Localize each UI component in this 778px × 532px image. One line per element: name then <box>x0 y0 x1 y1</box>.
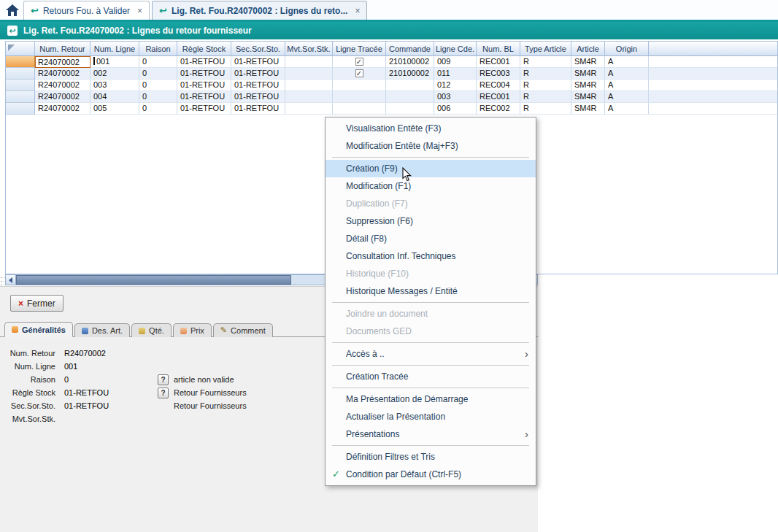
grid-cell[interactable]: R <box>520 80 571 91</box>
column-header[interactable]: Sec.Sor.Sto. <box>231 42 285 56</box>
grid-cell[interactable]: SM4R <box>571 68 605 80</box>
scrollbar-thumb[interactable] <box>16 275 291 285</box>
menu-item[interactable]: Création Tracée <box>326 368 536 385</box>
grid-cell[interactable]: REC003 <box>477 68 520 80</box>
grid-cell[interactable]: A <box>605 103 649 115</box>
checked-checkbox[interactable]: ✓ <box>355 58 363 66</box>
menu-item[interactable]: Consultation Inf. Techniques <box>326 247 536 265</box>
grid-cell[interactable]: 01-RETFOU <box>231 80 285 91</box>
row-marker[interactable] <box>6 80 35 91</box>
grid-cell[interactable]: 003 <box>434 91 477 103</box>
grid-cell[interactable]: SM4R <box>571 91 605 103</box>
document-tab[interactable]: ↩Lig. Ret. Fou.R24070002 : Lignes du ret… <box>152 1 367 20</box>
grid-cell[interactable]: SM4R <box>571 103 605 115</box>
grid-cell[interactable]: 009 <box>434 56 477 68</box>
grid-cell[interactable]: 0 <box>139 56 177 68</box>
grid-cell[interactable] <box>285 91 333 103</box>
table-row[interactable]: R24070002004001-RETFOU01-RETFOU003REC001… <box>6 91 777 103</box>
grid-cell[interactable] <box>285 56 333 68</box>
column-header[interactable]: Type Article <box>520 42 571 56</box>
detail-tab[interactable]: ✎Comment <box>213 323 273 337</box>
menu-item[interactable]: Suppression (F6) <box>326 212 536 230</box>
menu-item[interactable]: Modification Entête (Maj+F3) <box>326 137 536 155</box>
grid-cell[interactable]: 01-RETFOU <box>177 91 231 103</box>
grid-cell[interactable]: 006 <box>434 103 477 115</box>
grid-cell[interactable]: A <box>605 80 649 91</box>
menu-item[interactable]: Actualiser la Présentation <box>326 408 536 425</box>
grid-cell[interactable]: 0 <box>139 68 177 80</box>
home-button[interactable] <box>4 2 21 18</box>
grid-cell[interactable]: 002 <box>90 68 139 80</box>
grid-cell[interactable]: REC002 <box>477 103 520 115</box>
column-header[interactable]: Ligne Cde. <box>434 42 477 56</box>
grid-cell[interactable]: 004 <box>90 91 139 103</box>
menu-item[interactable]: Présentations› <box>326 425 536 443</box>
grid-cell[interactable]: 01-RETFOU <box>231 103 285 115</box>
checked-checkbox[interactable]: ✓ <box>355 69 363 77</box>
help-button[interactable]: ? <box>158 374 169 385</box>
grid-cell[interactable]: R24070002 <box>35 68 90 80</box>
grid-cell[interactable]: REC001 <box>477 56 520 68</box>
grid-cell[interactable] <box>285 68 333 80</box>
grid-cell[interactable]: 01-RETFOU <box>231 56 285 68</box>
menu-item[interactable]: Historique Messages / Entité <box>326 282 536 300</box>
grid-cell[interactable]: SM4R <box>571 80 605 91</box>
column-header[interactable]: Num. Ligne <box>90 42 139 56</box>
document-tab[interactable]: ↩Retours Fou. à Valider× <box>23 1 150 20</box>
column-header[interactable]: Règle Stock <box>177 42 231 56</box>
column-header[interactable]: Origin <box>605 42 649 56</box>
menu-item[interactable]: Création (F9) <box>326 160 536 177</box>
menu-item[interactable]: Accès à ..› <box>326 345 536 363</box>
column-header[interactable]: Raison <box>139 42 177 56</box>
grid-cell[interactable]: 005 <box>90 103 139 115</box>
grid-cell[interactable]: 01-RETFOU <box>177 103 231 115</box>
table-row[interactable]: R24070002003001-RETFOU01-RETFOU012REC004… <box>6 80 777 91</box>
detail-tab[interactable]: Prix <box>173 323 212 337</box>
grid-cell[interactable]: 0 <box>139 103 177 115</box>
table-row[interactable]: R24070002001001-RETFOU01-RETFOU✓21010000… <box>6 56 777 68</box>
table-row[interactable]: R24070002005001-RETFOU01-RETFOU006REC002… <box>6 103 777 115</box>
grid-cell[interactable]: REC001 <box>477 91 520 103</box>
grid-cell[interactable] <box>386 103 434 115</box>
table-row[interactable]: R24070002002001-RETFOU01-RETFOU✓21010000… <box>6 68 777 80</box>
grid-cell[interactable]: R <box>520 91 571 103</box>
menu-item[interactable]: ✓Condition par Défaut (Ctrl-F5) <box>326 466 536 483</box>
grid-cell[interactable]: A <box>605 68 649 80</box>
grid-cell[interactable] <box>386 80 434 91</box>
tab-close-icon[interactable]: × <box>355 6 360 16</box>
ligne-tracee-cell[interactable] <box>333 80 386 91</box>
grid-cell[interactable]: 210100002 <box>386 56 434 68</box>
grid-cell[interactable]: 012 <box>434 80 477 91</box>
grid-corner-header[interactable] <box>6 42 35 56</box>
row-marker[interactable] <box>6 91 35 103</box>
column-header[interactable]: Num. Retour <box>35 42 90 56</box>
grid-cell[interactable] <box>386 91 434 103</box>
grid-cell[interactable]: R <box>520 103 571 115</box>
grid-cell[interactable]: 01-RETFOU <box>177 68 231 80</box>
grid-cell[interactable]: A <box>605 56 649 68</box>
menu-item[interactable]: Modification (F1) <box>326 177 536 195</box>
grid-cell[interactable]: 01-RETFOU <box>231 91 285 103</box>
column-header[interactable]: Commande <box>386 42 434 56</box>
grid-cell[interactable]: 01-RETFOU <box>177 56 231 68</box>
column-header[interactable]: Num. BL <box>477 42 520 56</box>
detail-tab[interactable]: Qté. <box>131 323 172 337</box>
scroll-left-button[interactable] <box>6 275 16 285</box>
row-marker[interactable] <box>6 68 35 80</box>
help-button[interactable]: ? <box>158 388 169 398</box>
grid-cell[interactable]: R <box>520 56 571 68</box>
grid-cell[interactable]: 003 <box>90 80 139 91</box>
grid-cell[interactable]: 011 <box>434 68 477 80</box>
grid-cell[interactable]: 001 <box>90 56 139 68</box>
ligne-tracee-cell[interactable] <box>333 91 386 103</box>
grid-cell[interactable]: 0 <box>139 91 177 103</box>
grid-cell[interactable]: 0 <box>139 80 177 91</box>
menu-item[interactable]: Définition Filtres et Tris <box>326 448 536 466</box>
column-header[interactable]: Mvt.Sor.Stk. <box>285 42 333 56</box>
ligne-tracee-cell[interactable]: ✓ <box>333 56 386 68</box>
grid-cell[interactable]: 01-RETFOU <box>231 68 285 80</box>
grid-cell[interactable] <box>285 80 333 91</box>
menu-item[interactable]: Visualisation Entête (F3) <box>326 120 536 137</box>
grid-cell[interactable]: R24070002 <box>35 56 90 68</box>
grid-cell[interactable]: A <box>605 91 649 103</box>
